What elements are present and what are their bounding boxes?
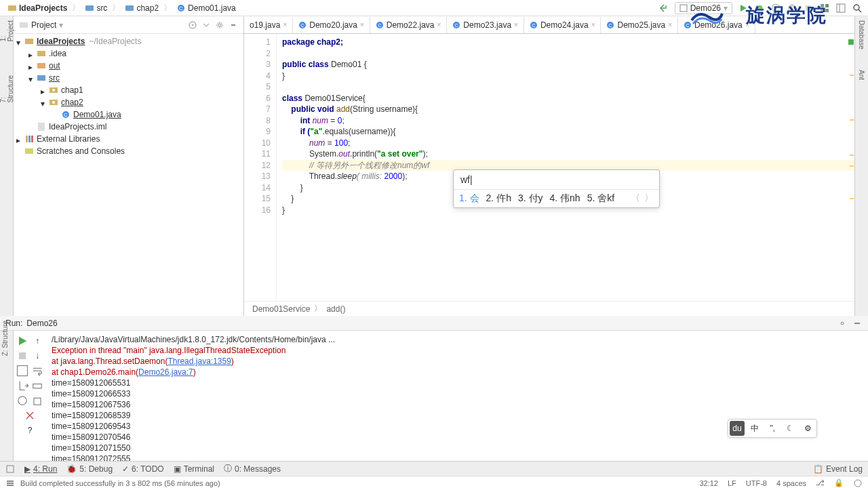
tree-node[interactable]: Scratches and Consoles: [14, 145, 243, 157]
terminal-tool-button[interactable]: ▣ Terminal: [174, 464, 214, 474]
close-icon[interactable]: ×: [514, 21, 518, 28]
run-icon[interactable]: [738, 3, 749, 14]
ime-candidate[interactable]: 4. 伟nh: [550, 192, 580, 205]
library-icon: [24, 134, 34, 144]
indent[interactable]: 4 spaces: [776, 479, 806, 487]
close-icon[interactable]: ×: [668, 21, 672, 28]
ime-candidate[interactable]: 3. 付y: [518, 192, 543, 205]
tab[interactable]: CDemo22.java×: [370, 17, 448, 33]
breadcrumb[interactable]: IdeaProjects 〉 src 〉 chap2 〉 CDemo01.jav…: [5, 2, 238, 14]
hide-icon[interactable]: [852, 318, 863, 329]
gear-icon[interactable]: [837, 318, 848, 329]
inspect-icon[interactable]: [853, 479, 863, 488]
down-icon[interactable]: ↓: [31, 349, 44, 363]
layout-icon[interactable]: [835, 3, 846, 14]
event-log-button[interactable]: 📋 Event Log: [813, 464, 863, 474]
close-icon[interactable]: ×: [360, 21, 364, 28]
ime-gear-button[interactable]: ⚙: [800, 421, 815, 436]
svg-rect-59: [7, 466, 14, 472]
tab[interactable]: CDemo26.java×: [678, 17, 755, 33]
exit-icon[interactable]: [16, 379, 29, 392]
tab[interactable]: o19.java×: [244, 17, 293, 33]
layout-icon[interactable]: [16, 364, 29, 378]
error-stripe[interactable]: [848, 34, 854, 301]
close-icon[interactable]: ×: [283, 21, 287, 28]
delete-icon[interactable]: [23, 409, 37, 422]
wrap-icon[interactable]: [31, 364, 44, 378]
svg-rect-61: [7, 483, 14, 484]
close-icon[interactable]: ×: [437, 21, 441, 28]
ime-popup: wf| 1. 会 2. 仵h 3. 付y 4. 伟nh 5. 舍kf 〈〉: [453, 169, 660, 208]
quick-list-icon[interactable]: [5, 479, 15, 488]
ime-lang-button[interactable]: 中: [747, 421, 762, 436]
breadcrumb-bar[interactable]: Demo01Service 〉 add(): [244, 301, 854, 316]
todo-tool-button[interactable]: ✓ 6: TODO: [122, 464, 164, 474]
svg-rect-52: [854, 323, 860, 324]
dump-icon[interactable]: [16, 394, 29, 407]
run-config-select[interactable]: Demo26▾: [675, 2, 732, 14]
ime-punct-button[interactable]: ",: [765, 421, 780, 436]
stop-icon[interactable]: [16, 349, 29, 363]
line-separator[interactable]: LF: [728, 479, 736, 487]
caret-position[interactable]: 32:12: [699, 479, 718, 487]
tree-node[interactable]: C Demo01.java: [14, 108, 243, 121]
ime-candidate[interactable]: 5. 舍kf: [587, 192, 614, 205]
tab[interactable]: CDemo24.java×: [524, 17, 601, 33]
tab[interactable]: CDemo25.java×: [601, 17, 678, 33]
close-icon[interactable]: ×: [591, 21, 595, 28]
messages-tool-button[interactable]: ⓘ 0: Messages: [224, 463, 281, 474]
ant-tool-button[interactable]: Ant: [858, 70, 865, 80]
database-tool-button[interactable]: Database: [858, 20, 865, 49]
gear-icon[interactable]: [215, 20, 224, 30]
up-icon[interactable]: ↑: [31, 334, 44, 348]
profile-icon[interactable]: [787, 3, 797, 14]
console-output[interactable]: /Library/Java/JavaVirtualMachines/jdk1.8…: [46, 317, 868, 461]
lock-icon[interactable]: 🔒: [834, 479, 844, 487]
structure-tool-button[interactable]: Z: Structure: [0, 317, 10, 360]
expand-icon[interactable]: [201, 20, 211, 30]
tree-node[interactable]: ▸ .idea: [14, 47, 243, 60]
debug-icon[interactable]: [754, 3, 765, 14]
coverage-icon[interactable]: [770, 3, 781, 14]
back-icon[interactable]: [658, 3, 669, 14]
hide-icon[interactable]: [229, 20, 238, 30]
ime-prev[interactable]: 〈: [631, 192, 640, 205]
code-editor[interactable]: package chap2; public class Demo01 { } c…: [277, 34, 854, 301]
svg-rect-14: [825, 9, 829, 12]
chevron-right-icon: ▸: [28, 50, 35, 57]
locate-icon[interactable]: [188, 20, 197, 30]
ime-moon-button[interactable]: ☾: [783, 421, 797, 436]
tree-node[interactable]: ▸ External Libraries: [14, 133, 243, 145]
run-tool-button[interactable]: ▶ 4: Run: [24, 464, 57, 474]
svg-rect-38: [25, 148, 33, 154]
tree-node[interactable]: IdeaProjects.iml: [14, 121, 243, 133]
clear-icon[interactable]: [31, 394, 44, 407]
tree-node[interactable]: ▾ src: [14, 72, 243, 84]
tab[interactable]: CDemo20.java×: [293, 17, 370, 33]
search-icon[interactable]: [852, 3, 863, 14]
git-icon[interactable]: ⎇: [816, 479, 825, 487]
ime-candidate[interactable]: 1. 会: [459, 192, 479, 205]
structure-tool-button[interactable]: 7: Structure: [0, 75, 14, 103]
tab[interactable]: CDemo23.java×: [447, 17, 524, 33]
rerun-icon[interactable]: [16, 334, 29, 348]
debug-tool-button[interactable]: 🐞 5: Debug: [66, 464, 113, 474]
help-icon[interactable]: ?: [23, 424, 37, 437]
tree-node[interactable]: ▸ chap1: [14, 84, 243, 96]
tree-node[interactable]: ▾ chap2: [14, 96, 243, 108]
encoding[interactable]: UTF-8: [746, 479, 767, 487]
print-icon[interactable]: [31, 379, 44, 392]
quick-icon[interactable]: [5, 464, 15, 474]
project-view-select[interactable]: Project ▾: [19, 20, 63, 30]
structure-icon[interactable]: [819, 3, 830, 14]
ime-candidate[interactable]: 2. 仵h: [486, 192, 511, 205]
stop-icon[interactable]: [803, 3, 814, 14]
ime-du-button[interactable]: du: [730, 421, 745, 436]
tree-node[interactable]: ▸ out: [14, 60, 243, 72]
close-icon[interactable]: ×: [745, 21, 749, 28]
project-tool-button[interactable]: 1: Project: [0, 20, 14, 41]
scratches-icon: [24, 146, 34, 156]
ime-next[interactable]: 〉: [644, 192, 654, 205]
svg-rect-37: [31, 136, 33, 142]
tree-node-root[interactable]: ▾ IdeaProjects~/IdeaProjects: [14, 35, 243, 47]
